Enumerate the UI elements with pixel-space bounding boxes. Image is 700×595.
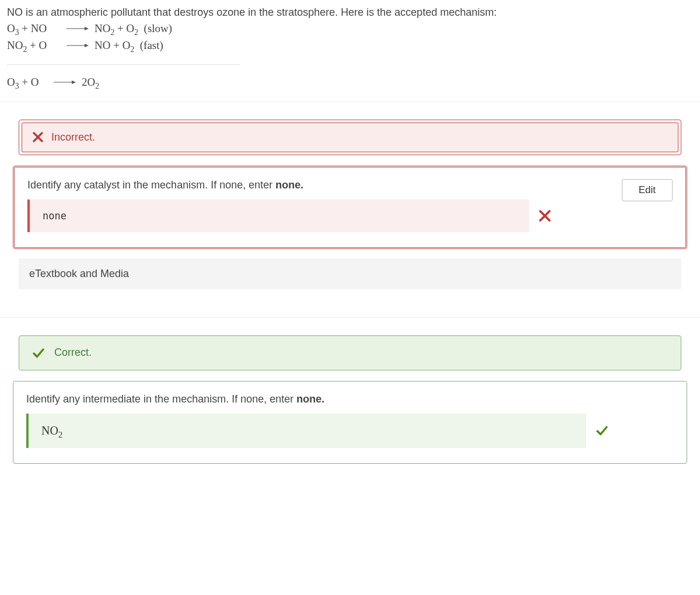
question-catalyst-box: Identify any catalyst in the mechanism. … <box>13 166 687 249</box>
feedback-correct-label: Correct. <box>54 346 92 359</box>
answer-value: none <box>43 210 66 222</box>
problem-intro: NO is an atmospheric pollutant that dest… <box>7 5 693 20</box>
arrow-icon <box>66 45 89 46</box>
question-intermediate-box: Identify any intermediate in the mechani… <box>13 381 687 464</box>
net-equation: O3 + O 2O2 <box>7 74 693 91</box>
mechanism-step-2: NO2 + O NO + O2 (fast) <box>7 37 693 54</box>
mechanism-step-1: O3 + NO NO2 + O2 (slow) <box>7 20 693 37</box>
divider <box>0 317 700 318</box>
divider <box>7 64 240 65</box>
feedback-incorrect-banner: Incorrect. <box>19 120 681 155</box>
divider <box>0 102 700 102</box>
arrow-icon <box>66 29 89 29</box>
etextbook-media-button[interactable]: eTextbook and Media <box>19 258 681 289</box>
x-icon <box>538 209 551 222</box>
feedback-correct-banner: Correct. <box>19 335 681 370</box>
answer-value: NO2 <box>41 424 62 437</box>
feedback-incorrect-label: Incorrect. <box>51 131 95 144</box>
check-icon <box>32 346 45 359</box>
answer-field-catalyst: none <box>27 200 529 232</box>
x-icon <box>33 132 43 142</box>
check-icon <box>596 424 608 437</box>
answer-field-intermediate: NO2 <box>26 414 586 448</box>
question-catalyst-prompt: Identify any catalyst in the mechanism. … <box>27 179 610 191</box>
problem-statement: NO is an atmospheric pollutant that dest… <box>7 5 693 91</box>
arrow-icon <box>54 82 76 83</box>
question-intermediate-prompt: Identify any intermediate in the mechani… <box>26 393 674 405</box>
edit-button[interactable]: Edit <box>622 179 673 201</box>
